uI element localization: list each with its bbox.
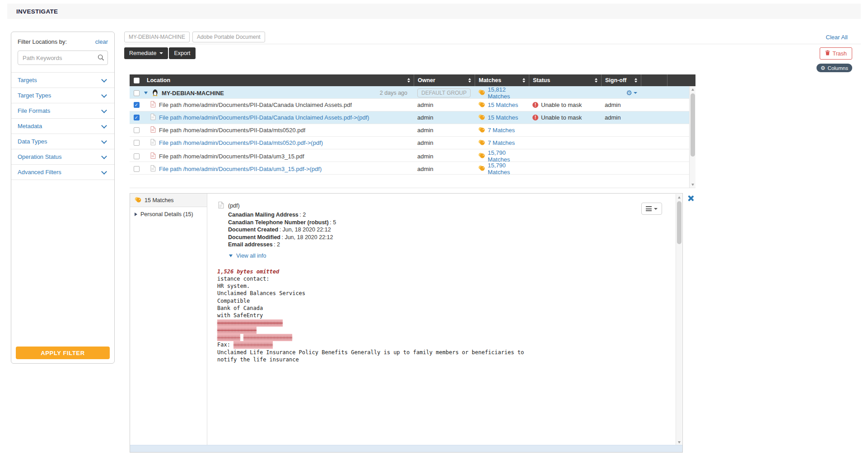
column-header-status[interactable]: Status (529, 74, 601, 86)
detail-scrollbar[interactable] (676, 194, 682, 445)
column-header-signoff[interactable]: Sign-off (601, 74, 641, 86)
sidebar-item-data-types[interactable]: Data Types (11, 134, 114, 149)
matches-link[interactable]: 15 Matches (475, 114, 529, 121)
filter-chip[interactable]: MY-DEBIAN-MACHINE (124, 32, 190, 42)
error-icon: ! (532, 102, 538, 108)
table-row[interactable]: ✓File path /home/admin/Documents/PII-Dat… (130, 111, 695, 124)
column-header-matches[interactable]: Matches (475, 74, 529, 86)
chevron-down-icon (101, 77, 107, 83)
detail-property: Canadian Mailing Address : 2 (228, 211, 676, 219)
file-path-link[interactable]: File path /home/admin/Documents/PII-Data… (159, 127, 305, 134)
sidebar-item-file-formats[interactable]: File Formats (11, 103, 114, 119)
group-name[interactable]: MY-DEBIAN-MACHINE (162, 90, 224, 97)
row-checkbox[interactable]: ✓ (134, 115, 140, 120)
preview-line: Compatible (217, 297, 676, 305)
table-row[interactable]: File path /home/admin/Documents/PII-Data… (130, 137, 695, 149)
preview-line: Fax: xxxxxxxxxxxx (217, 341, 676, 348)
scroll-down-arrow[interactable] (690, 181, 695, 188)
filter-clear-link[interactable]: clear (95, 38, 108, 45)
toolbar-divider (124, 44, 861, 44)
file-path-link[interactable]: File path /home/admin/Documents/PII-Data… (159, 102, 352, 108)
tree-item-personal-details[interactable]: Personal Details (15) (130, 207, 207, 222)
row-checkbox[interactable] (134, 166, 140, 172)
column-header-owner[interactable]: Owner (414, 74, 475, 86)
matches-tag-icon (478, 165, 485, 172)
sidebar-item-advanced-filters[interactable]: Advanced Filters (11, 165, 114, 180)
search-icon (98, 54, 104, 63)
file-path-link[interactable]: File path /home/admin/Documents/PII-Data… (159, 153, 304, 160)
table-row[interactable]: ✓File path /home/admin/Documents/PII-Dat… (130, 99, 695, 111)
trash-button[interactable]: Trash (820, 47, 853, 60)
select-all-checkbox[interactable] (134, 78, 140, 83)
matches-tag-icon (478, 89, 485, 97)
sidebar-item-metadata[interactable]: Metadata (11, 119, 114, 134)
close-icon[interactable] (688, 195, 694, 201)
scroll-up-arrow[interactable] (690, 86, 695, 92)
detail-horizontal-scrollbar[interactable] (130, 445, 682, 452)
sort-icon[interactable] (468, 78, 471, 83)
generic-file-icon (150, 139, 156, 147)
table-row[interactable]: File path /home/admin/Documents/PII-Data… (130, 149, 695, 162)
matches-count: 7 Matches (488, 139, 515, 146)
file-path-link[interactable]: File path /home/admin/Documents/PII-Data… (159, 166, 322, 172)
row-checkbox[interactable] (134, 127, 140, 133)
table-scrollbar[interactable] (689, 86, 695, 188)
group-row[interactable]: MY-DEBIAN-MACHINE 2 days ago DEFAULT GRO… (130, 86, 695, 99)
detail-content: (pdf) Canadian Mailing Address : 2Canadi… (207, 194, 676, 445)
clear-all-link[interactable]: Clear All (826, 34, 848, 41)
group-matches-link[interactable]: 15,812 Matches (475, 86, 529, 100)
sidebar-item-label: Metadata (18, 123, 42, 129)
sidebar-item-operation-status[interactable]: Operation Status (11, 149, 114, 165)
sidebar-item-target-types[interactable]: Target Types (11, 88, 114, 103)
chevron-down-icon (101, 169, 107, 175)
filter-chip[interactable]: Adobe Portable Document (192, 32, 265, 42)
table-row[interactable]: File path /home/admin/Documents/PII-Data… (130, 162, 695, 175)
matches-link[interactable]: 7 Matches (475, 139, 529, 147)
group-last-scan: 2 days ago (380, 90, 409, 96)
columns-label: Columns (828, 65, 848, 71)
group-actions-gear[interactable]: ⚙ (626, 89, 637, 97)
caret-down-icon (229, 254, 233, 257)
page-header: INVESTIGATE (7, 4, 861, 19)
chevron-down-icon (101, 153, 107, 159)
row-checkbox[interactable] (134, 153, 140, 159)
status-text: Unable to mask (541, 102, 582, 108)
sort-icon[interactable] (635, 78, 637, 83)
scroll-down-arrow[interactable] (676, 439, 682, 445)
scroll-up-arrow[interactable] (676, 194, 682, 200)
generic-file-icon (150, 114, 156, 121)
status-cell: !Unable to mask (529, 102, 601, 108)
path-keywords-input[interactable] (18, 51, 108, 65)
file-path-link[interactable]: File path /home/admin/Documents/PII-Data… (159, 139, 323, 146)
sort-icon[interactable] (407, 78, 410, 83)
scrollbar-thumb[interactable] (691, 93, 695, 157)
matches-link[interactable]: 15 Matches (475, 102, 529, 109)
columns-button[interactable]: ⚙ Columns (817, 64, 852, 72)
expand-caret-icon[interactable] (135, 213, 137, 216)
redacted-match: xxxxxxxxxxxx (233, 341, 273, 348)
group-checkbox[interactable] (134, 90, 140, 96)
row-checkbox[interactable] (134, 140, 140, 146)
sort-icon[interactable] (523, 78, 525, 83)
file-path-link[interactable]: File path /home/admin/Documents/PII-Data… (159, 114, 369, 121)
column-header-location[interactable]: Location (143, 74, 414, 86)
row-checkbox[interactable]: ✓ (134, 102, 140, 108)
sort-icon[interactable] (595, 78, 597, 83)
remediate-button[interactable]: Remediate (124, 47, 168, 59)
preview-menu-button[interactable] (641, 203, 662, 215)
view-all-info-link[interactable]: View all info (228, 253, 676, 259)
collapse-caret-icon[interactable] (144, 92, 148, 94)
sidebar-item-targets[interactable]: Targets (11, 73, 114, 88)
export-button[interactable]: Export (169, 47, 195, 59)
matches-link[interactable]: 15,790 Matches (475, 162, 529, 176)
matches-link[interactable]: 15,790 Matches (475, 149, 529, 163)
preview-line: Unclaimed Balances Services (217, 290, 676, 297)
apply-filter-button[interactable]: APPLY FILTER (16, 347, 110, 359)
chevron-down-icon (101, 138, 107, 144)
match-preview-text: 1,526 bytes omittedistance contact:HR sy… (217, 268, 676, 364)
owner-cell: admin (414, 127, 475, 134)
table-row[interactable]: File path /home/admin/Documents/PII-Data… (130, 124, 695, 137)
scrollbar-thumb[interactable] (677, 201, 681, 244)
status-text: Unable to mask (541, 114, 582, 121)
matches-link[interactable]: 7 Matches (475, 127, 529, 134)
